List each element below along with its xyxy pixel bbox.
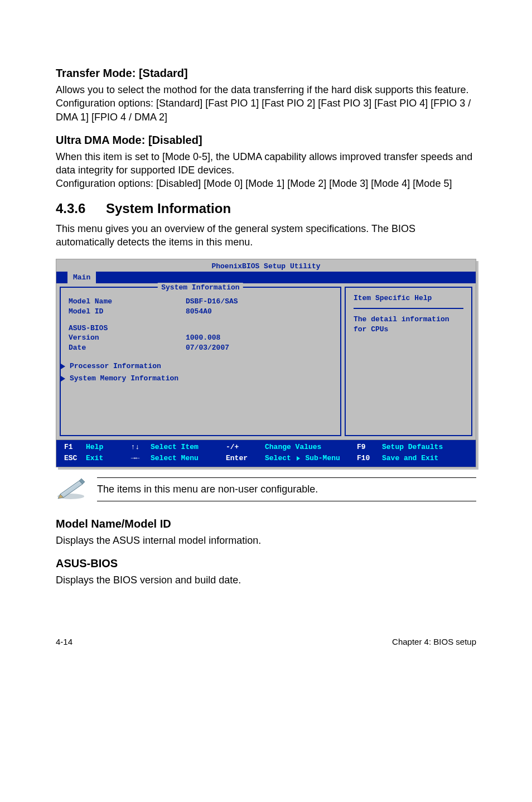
key-minus-plus: -/+ — [226, 442, 265, 452]
label-model-id: Model ID — [69, 307, 186, 317]
section-number: 4.3.6 — [56, 201, 106, 216]
label-date: Date — [69, 343, 186, 353]
bios-setup-panel: PhoenixBIOS Setup Utility Main System In… — [56, 259, 476, 467]
heading-ultra-dma: Ultra DMA Mode: [Disabled] — [56, 134, 476, 147]
para-ultra-dma: When this item is set to [Mode 0-5], the… — [56, 150, 476, 191]
tab-main[interactable]: Main — [67, 272, 96, 284]
page-footer: 4-14 Chapter 4: BIOS setup — [56, 637, 476, 646]
chevron-right-icon — [297, 456, 300, 461]
para-transfer-mode: Allows you to select the mothod for the … — [56, 83, 476, 124]
bios-tab-row: Main — [56, 272, 476, 284]
note-text: The items in this menu are non-user conf… — [97, 484, 318, 495]
chapter-label: Chapter 4: BIOS setup — [392, 637, 476, 646]
submenu-system-memory-info[interactable]: System Memory Information — [57, 374, 332, 384]
para-asus-bios: Displays the BIOS version and build date… — [56, 573, 476, 587]
label-change-values: Change Values — [265, 442, 357, 452]
section-title: System Information — [106, 201, 231, 216]
note-callout: The items in this menu are non-user conf… — [56, 477, 476, 502]
label-select-item: Select Item — [151, 442, 226, 452]
value-model-id: 8054A0 — [186, 307, 212, 317]
page-number: 4-14 — [56, 637, 72, 646]
pencil-note-icon — [56, 477, 86, 502]
heading-system-information: 4.3.6System Information — [56, 201, 476, 216]
bios-help-text: The detail information for CPUs — [354, 315, 463, 334]
key-arrows-leftright: →← — [131, 453, 140, 463]
label-select-submenu: Select Sub-MenuSelect Sub-Menu — [265, 453, 357, 463]
key-f9: F9 — [357, 442, 382, 452]
para-model-name-id: Displays the ASUS internal model informa… — [56, 534, 476, 547]
key-arrows-updown: ↑↓ — [131, 442, 140, 452]
label-version: Version — [69, 333, 186, 343]
bios-titlebar: PhoenixBIOS Setup Utility — [56, 259, 476, 272]
para-system-information: This menu gives you an overview of the g… — [56, 222, 476, 249]
value-date: 07/03/2007 — [186, 343, 229, 353]
heading-transfer-mode: Transfer Mode: [Stadard] — [56, 67, 476, 80]
key-enter: Enter — [226, 453, 265, 463]
submenu-processor-info[interactable]: Processor Information — [57, 361, 332, 371]
bios-main-header: System Information — [158, 283, 243, 293]
key-esc: ESC — [64, 454, 77, 462]
heading-asus-bios: ASUS-BIOS — [56, 557, 476, 570]
chevron-right-icon — [61, 364, 65, 369]
label-setup-defaults: Setup Defaults — [382, 442, 468, 452]
bios-footer: F1 Help ESC Exit ↑↓ →← Select Item Selec… — [56, 440, 476, 467]
label-help: Help — [86, 443, 103, 451]
label-select-menu: Select Menu — [151, 453, 226, 463]
label-exit: Exit — [86, 454, 103, 462]
chevron-right-icon — [61, 376, 65, 381]
bios-main-pane: System Information Model Name DSBF-D16/S… — [60, 287, 341, 436]
bios-help-pane: Item Specific Help The detail informatio… — [345, 287, 472, 436]
submenu-label: Processor Information — [70, 361, 161, 371]
bios-help-header: Item Specific Help — [354, 293, 463, 309]
heading-model-name-id: Model Name/Model ID — [56, 518, 476, 530]
key-f1: F1 — [64, 443, 73, 451]
value-version: 1000.008 — [186, 333, 220, 343]
label-asus-bios: ASUS-BIOS — [69, 323, 186, 334]
value-model-name: DSBF-D16/SAS — [186, 297, 238, 307]
key-f10: F10 — [357, 453, 382, 463]
label-model-name: Model Name — [69, 297, 186, 307]
submenu-label: System Memory Information — [70, 374, 178, 384]
label-save-exit: Save and Exit — [382, 453, 468, 463]
